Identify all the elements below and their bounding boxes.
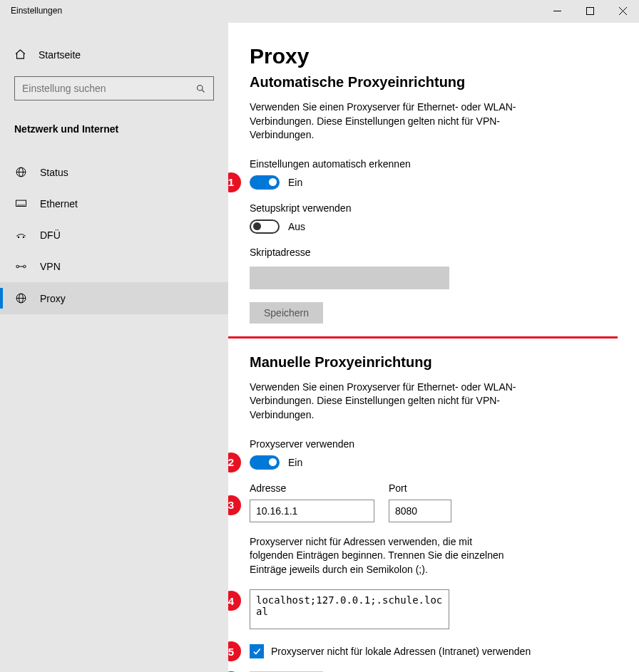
auto-detect-state: Ein	[288, 177, 302, 188]
bypass-local-checkbox[interactable]	[250, 644, 264, 658]
script-use-state: Aus	[288, 221, 305, 232]
sidebar-home[interactable]: Startseite	[0, 43, 228, 66]
annotation-marker-5: 5	[228, 641, 241, 661]
window-title: Einstellungen	[0, 0, 73, 21]
content-area: Proxy Automatische Proxyeinrichtung Verw…	[228, 23, 639, 672]
script-address-label: Skriptadresse	[250, 247, 639, 258]
sidebar-item-label: VPN	[40, 261, 61, 272]
sidebar-item-label: DFÜ	[40, 229, 61, 241]
globe-icon	[14, 166, 27, 178]
maximize-button[interactable]	[573, 0, 606, 21]
script-use-toggle[interactable]	[250, 219, 280, 234]
annotation-marker-3: 3	[228, 495, 241, 515]
auto-detect-label: Einstellungen automatisch erkennen	[250, 158, 639, 170]
auto-heading: Automatische Proxyeinrichtung	[250, 74, 639, 91]
page-title: Proxy	[250, 44, 639, 68]
sidebar-section-title: Netzwerk und Internet	[0, 110, 228, 142]
svg-rect-1	[586, 7, 593, 14]
sidebar-item-label: Status	[40, 167, 68, 178]
manual-heading: Manuelle Proxyeinrichtung	[250, 354, 639, 371]
script-address-input	[250, 267, 449, 289]
ethernet-icon	[14, 199, 27, 209]
minimize-button[interactable]	[541, 0, 573, 21]
annotation-marker-1: 1	[228, 172, 241, 192]
proxy-icon	[14, 292, 27, 304]
search-icon	[195, 83, 206, 94]
sidebar: Startseite Netzwerk und Internet Status …	[0, 23, 228, 672]
exceptions-description: Proxyserver nicht für Adressen verwenden…	[250, 535, 506, 577]
port-label: Port	[389, 482, 451, 494]
search-box[interactable]	[14, 76, 214, 100]
svg-line-5	[202, 90, 204, 92]
auto-description: Verwenden Sie einen Proxyserver für Ethe…	[250, 100, 563, 143]
auto-detect-toggle[interactable]	[250, 175, 280, 190]
port-input[interactable]	[389, 500, 451, 522]
sidebar-item-dfu[interactable]: DFÜ	[0, 219, 228, 251]
svg-point-14	[18, 237, 19, 238]
sidebar-item-label: Ethernet	[40, 198, 78, 210]
sidebar-item-proxy[interactable]: Proxy	[0, 282, 228, 314]
manual-description: Verwenden Sie einen Proxyserver für Ethe…	[250, 381, 563, 423]
dialup-icon	[14, 230, 27, 240]
script-use-label: Setupskript verwenden	[250, 202, 639, 214]
sidebar-item-vpn[interactable]: VPN	[0, 251, 228, 282]
home-icon	[14, 48, 27, 61]
svg-point-15	[23, 237, 24, 238]
bypass-local-label: Proxyserver nicht für lokale Adressen (I…	[271, 646, 531, 657]
vpn-icon	[14, 262, 27, 272]
close-button[interactable]	[606, 0, 639, 21]
sidebar-home-label: Startseite	[39, 49, 81, 61]
use-proxy-toggle[interactable]	[250, 455, 280, 470]
address-label: Adresse	[250, 482, 374, 494]
auto-save-button[interactable]: Speichern	[250, 302, 323, 324]
svg-point-17	[23, 265, 26, 268]
annotation-marker-4: 4	[228, 591, 241, 611]
annotation-marker-2: 2	[228, 453, 241, 472]
exceptions-input[interactable]	[250, 589, 449, 629]
svg-point-4	[198, 85, 203, 91]
sidebar-item-ethernet[interactable]: Ethernet	[0, 188, 228, 219]
sidebar-item-label: Proxy	[40, 293, 66, 304]
use-proxy-label: Proxyserver verwenden	[250, 438, 639, 450]
svg-point-16	[16, 265, 19, 268]
svg-rect-9	[16, 200, 26, 206]
sidebar-item-status[interactable]: Status	[0, 156, 228, 188]
search-input[interactable]	[22, 83, 195, 94]
use-proxy-state: Ein	[288, 457, 302, 468]
address-input[interactable]	[250, 500, 374, 522]
section-divider	[228, 336, 618, 338]
window-controls	[541, 0, 639, 21]
